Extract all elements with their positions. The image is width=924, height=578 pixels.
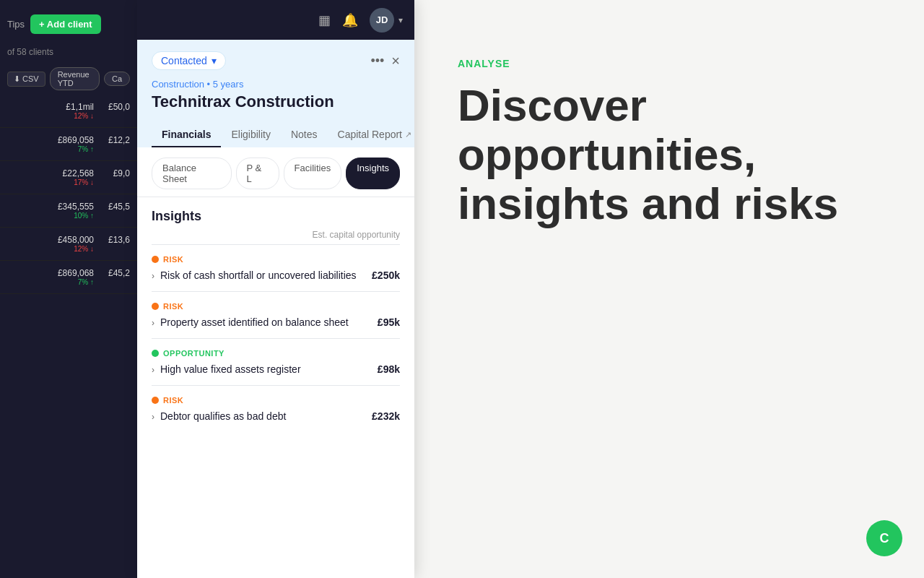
insight-type-header: RISK: [152, 255, 400, 264]
discover-heading: Discover opportunities, insights and ris…: [458, 81, 881, 229]
sub-tab-pl[interactable]: P & L: [236, 158, 279, 189]
insight-type-header: RISK: [152, 302, 400, 311]
insight-value: £250k: [372, 269, 400, 281]
insight-item: OPPORTUNITY › High value fixed assets re…: [152, 338, 400, 385]
download-icon: ⬇: [14, 74, 20, 84]
status-chevron-icon: ▾: [212, 55, 217, 66]
risk-dot-icon: [152, 303, 159, 310]
tab-eligibility[interactable]: Eligibility: [221, 123, 280, 147]
insight-value: £98k: [378, 363, 400, 375]
client-detail-panel: ▦ 🔔 JD ▾ Contacted ▾ ••• × Construction …: [137, 0, 414, 578]
bell-icon[interactable]: 🔔: [342, 12, 358, 28]
tips-link[interactable]: Tips: [7, 19, 25, 30]
external-link-icon: ↗: [405, 130, 411, 139]
sub-tab-insights[interactable]: Insights: [346, 158, 400, 189]
company-meta: Construction • 5 years: [152, 79, 400, 90]
csv-button[interactable]: ⬇ CSV: [7, 72, 45, 87]
insight-expand-chevron[interactable]: ›: [152, 318, 154, 328]
company-name: Technitrax Construction: [152, 92, 400, 111]
insight-type-label: RISK: [163, 255, 183, 264]
bottom-right-avatar[interactable]: C: [866, 520, 902, 556]
insight-text: Property asset identified on balance she…: [160, 316, 372, 328]
insight-row: › High value fixed assets register £98k: [152, 363, 400, 375]
table-row[interactable]: £22,568 17% ↓ £9,0: [0, 161, 137, 194]
add-client-button[interactable]: + Add client: [30, 14, 101, 34]
insight-expand-chevron[interactable]: ›: [152, 271, 154, 281]
tab-notes[interactable]: Notes: [281, 123, 328, 147]
user-avatar[interactable]: JD: [370, 8, 394, 33]
analyse-label: ANALYSE: [458, 58, 881, 69]
insight-type-label: RISK: [163, 302, 183, 311]
opportunity-dot-icon: [152, 350, 159, 357]
main-tabs: Financials Eligibility Notes Capital Rep…: [152, 123, 400, 147]
table-row[interactable]: £345,555 10% ↑ £45,5: [0, 194, 137, 228]
insights-title: Insights: [152, 209, 400, 224]
insights-est-row: Est. capital opportunity: [152, 230, 400, 244]
ca-filter-pill[interactable]: Ca: [104, 72, 130, 86]
insights-section: Insights Est. capital opportunity RISK ›…: [137, 197, 414, 438]
sidebar-top: Tips + Add client: [0, 0, 137, 41]
sub-tab-balance-sheet[interactable]: Balance Sheet: [152, 158, 232, 189]
panel-header-actions: ••• ×: [370, 53, 400, 69]
panel-topbar: ▦ 🔔 JD ▾: [137, 0, 414, 40]
table-row[interactable]: £869,068 7% ↑ £45,2: [0, 261, 137, 294]
insight-text: Risk of cash shortfall or uncovered liab…: [160, 269, 366, 281]
client-panel-header: Contacted ▾ ••• × Construction • 5 years…: [137, 40, 414, 147]
insight-type-label: RISK: [163, 396, 183, 405]
table-controls: ⬇ CSV Revenue YTD Ca: [0, 63, 137, 95]
more-actions-button[interactable]: •••: [370, 53, 384, 69]
insight-expand-chevron[interactable]: ›: [152, 412, 154, 422]
panel-body: Balance Sheet P & L Facilities Insights …: [137, 147, 414, 578]
clients-table: £1,1mil 12% ↓ £50,0 £869,058 7% ↑ £12,2 …: [0, 95, 137, 578]
risk-dot-icon: [152, 256, 159, 263]
risk-dot-icon: [152, 397, 159, 404]
insight-type-label: OPPORTUNITY: [163, 349, 225, 358]
insight-item: RISK › Debtor qualifies as bad debt £232…: [152, 385, 400, 432]
clients-count: of 58 clients: [0, 41, 137, 63]
sub-tabs: Balance Sheet P & L Facilities Insights: [137, 147, 414, 197]
status-badge[interactable]: Contacted ▾: [152, 51, 226, 70]
chart-icon[interactable]: ▦: [318, 12, 331, 28]
user-menu-chevron[interactable]: ▾: [398, 15, 403, 25]
tab-financials[interactable]: Financials: [152, 123, 221, 147]
insight-text: High value fixed assets register: [160, 363, 372, 375]
sub-tab-facilities[interactable]: Facilities: [284, 158, 342, 189]
status-label: Contacted: [161, 55, 207, 66]
table-row[interactable]: £869,058 7% ↑ £12,2: [0, 128, 137, 161]
revenue-filter-pill[interactable]: Revenue YTD: [50, 67, 100, 90]
insight-type-header: OPPORTUNITY: [152, 349, 400, 358]
close-panel-button[interactable]: ×: [391, 53, 400, 69]
table-row[interactable]: £1,1mil 12% ↓ £50,0: [0, 95, 137, 128]
right-content-area: ANALYSE Discover opportunities, insights…: [414, 0, 924, 578]
insight-value: £95k: [378, 316, 400, 328]
insight-type-header: RISK: [152, 396, 400, 405]
left-sidebar: Tips + Add client of 58 clients ⬇ CSV Re…: [0, 0, 137, 578]
insight-text: Debtor qualifies as bad debt: [160, 410, 366, 422]
insight-row: › Debtor qualifies as bad debt £232k: [152, 410, 400, 422]
panel-header-top: Contacted ▾ ••• ×: [152, 51, 400, 70]
insight-item: RISK › Property asset identified on bala…: [152, 291, 400, 338]
insight-item: RISK › Risk of cash shortfall or uncover…: [152, 244, 400, 291]
insights-est-label: Est. capital opportunity: [313, 230, 400, 240]
insight-row: › Risk of cash shortfall or uncovered li…: [152, 269, 400, 281]
insight-value: £232k: [372, 410, 400, 422]
insight-row: › Property asset identified on balance s…: [152, 316, 400, 328]
insight-expand-chevron[interactable]: ›: [152, 365, 154, 375]
tab-capital-report[interactable]: Capital Report ↗: [328, 123, 422, 147]
table-row[interactable]: £458,000 12% ↓ £13,6: [0, 228, 137, 261]
